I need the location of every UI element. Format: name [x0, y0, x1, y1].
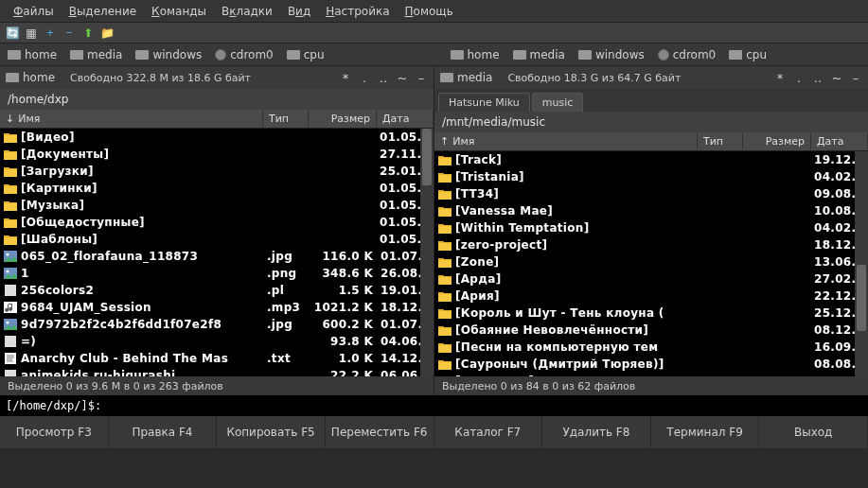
nav-shortcut[interactable]: .. — [811, 71, 824, 85]
file-row[interactable]: [Король и Шут - Тень клоуна (25.12.0 — [434, 305, 868, 322]
command-line[interactable]: [/home/dxp/]$: — [0, 395, 868, 416]
col-date[interactable]: Дата — [811, 133, 868, 149]
file-row[interactable]: 9d7972b2f2c4b2f6dd1f07e2f8.jpg600.2 K01.… — [0, 316, 434, 333]
image-icon — [4, 268, 17, 279]
svg-rect-8 — [5, 336, 16, 347]
grid-icon[interactable]: ▦ — [23, 25, 40, 42]
fn-просмотр[interactable]: Просмотр F3 — [0, 416, 109, 448]
col-name[interactable]: ↓Имя — [0, 111, 263, 127]
fn-терминал[interactable]: Терминал F9 — [651, 416, 760, 448]
file-row[interactable]: [zero-project]18.12.0 — [434, 236, 868, 253]
panel-status: Выделено 0 из 84 в 0 из 62 файлов — [434, 376, 868, 395]
device-cpu[interactable]: cpu — [729, 48, 767, 61]
menu-файлы[interactable]: Файлы — [6, 2, 62, 21]
file-row[interactable]: animekids.ru-higurashi22.2 K06.06.1 — [0, 367, 434, 376]
device-home[interactable]: home — [8, 48, 57, 61]
file-row[interactable]: [Эпидемия]27.10.1 — [434, 373, 868, 376]
file-row[interactable]: [Музыка]01.05.0 — [0, 197, 434, 214]
menu-вкладки[interactable]: Вкладки — [214, 2, 280, 21]
device-home[interactable]: home — [451, 48, 500, 61]
file-row[interactable]: [Обаяние Невовлечённости]08.12.1 — [434, 322, 868, 339]
file-row[interactable]: 1.png348.6 K26.08.0 — [0, 265, 434, 282]
file-row[interactable]: [Vanessa Mae]10.08.1 — [434, 202, 868, 219]
up-arrow-icon[interactable]: ⬆ — [80, 25, 97, 42]
col-size[interactable]: Размер — [309, 111, 377, 127]
nav-shortcut[interactable]: ~ — [396, 71, 409, 85]
file-row[interactable]: [Общедоступные]01.05.0 — [0, 214, 434, 231]
file-row[interactable]: [Картинки]01.05.0 — [0, 180, 434, 197]
file-row[interactable]: [Шаблоны]01.05.0 — [0, 231, 434, 248]
plus-icon[interactable]: ＋ — [42, 25, 59, 42]
path-bar[interactable]: /home/dxp — [0, 89, 434, 110]
panel-device-name: media — [457, 71, 492, 84]
tab-music[interactable]: music — [532, 93, 584, 112]
file-row[interactable]: [Within Temptation]04.02.0 — [434, 219, 868, 236]
nav-shortcut[interactable]: . — [358, 71, 371, 85]
menu-вид[interactable]: Вид — [280, 2, 318, 21]
fn-каталог[interactable]: Каталог F7 — [434, 416, 543, 448]
device-cdrom0[interactable]: cdrom0 — [658, 48, 717, 61]
scroll-thumb[interactable] — [422, 129, 432, 185]
menu-выделение[interactable]: Выделение — [62, 2, 144, 21]
menu-настройка[interactable]: Настройка — [318, 2, 397, 21]
panel-device[interactable]: home — [6, 71, 55, 84]
menu-помощь[interactable]: Помощь — [398, 2, 461, 21]
file-row[interactable]: 256colors2.pl1.5 K19.01.0 — [0, 282, 434, 299]
panel-device[interactable]: media — [440, 71, 492, 84]
col-name[interactable]: ↑Имя — [434, 133, 698, 149]
col-type[interactable]: Тип — [698, 133, 743, 149]
scrollbar[interactable] — [855, 151, 868, 376]
nav-shortcut[interactable]: .. — [377, 71, 390, 85]
nav-shortcut[interactable]: – — [849, 71, 862, 85]
fn-label: Терминал F9 — [666, 426, 742, 439]
fn-переместить[interactable]: Переместить F6 — [326, 416, 434, 448]
minus-icon[interactable]: － — [61, 25, 78, 42]
file-list[interactable]: [Track]19.12.0[Tristania]04.02.0[TT34]09… — [434, 151, 868, 376]
file-row[interactable]: [Документы]27.11.1 — [0, 146, 434, 163]
nav-shortcut[interactable]: ~ — [830, 71, 843, 85]
refresh-icon[interactable]: 🔄 — [4, 25, 21, 42]
device-cdrom0[interactable]: cdrom0 — [215, 48, 274, 61]
file-row[interactable]: 9684_UJAM_Session.mp31021.2 K18.12.1 — [0, 299, 434, 316]
device-media[interactable]: media — [70, 48, 122, 61]
file-row[interactable]: [Сауроныч (Дмитрий Тюряев)]08.08.1 — [434, 356, 868, 373]
scroll-thumb[interactable] — [857, 265, 866, 331]
fn-удалить[interactable]: Удалить F8 — [542, 416, 651, 448]
tab-hatsune-miku[interactable]: Hatsune Miku — [438, 93, 530, 112]
nav-shortcut[interactable]: – — [415, 71, 428, 85]
fn-правка[interactable]: Правка F4 — [109, 416, 218, 448]
menu-команды[interactable]: Команды — [144, 2, 214, 21]
col-size[interactable]: Размер — [743, 133, 811, 149]
menubar: ФайлыВыделениеКомандыВкладкиВидНастройка… — [0, 0, 868, 23]
right-panel: media Свободно 18.3 G из 64.7 G байт *..… — [434, 66, 868, 395]
file-row[interactable]: [Арда]27.02.1 — [434, 270, 868, 288]
image-icon — [4, 251, 17, 262]
nav-shortcut[interactable]: * — [773, 71, 787, 85]
file-name: 256colors2 — [21, 284, 94, 297]
file-row[interactable]: 065_02_florafauna_118873.jpg116.0 K01.07… — [0, 248, 434, 265]
file-row[interactable]: =)93.8 K04.06.0 — [0, 333, 434, 350]
file-row[interactable]: [Zone]13.06.0 — [434, 253, 868, 270]
path-bar[interactable]: /mnt/media/music — [434, 112, 868, 132]
col-date[interactable]: Дата — [377, 111, 434, 127]
nav-shortcut[interactable]: * — [339, 71, 352, 85]
file-row[interactable]: [TT34]09.08.1 — [434, 185, 868, 202]
file-list[interactable]: [Видео]01.05.0[Документы]27.11.1[Загрузк… — [0, 129, 434, 376]
col-type[interactable]: Тип — [263, 111, 309, 127]
scrollbar[interactable] — [420, 129, 434, 376]
fn-копировать[interactable]: Копировать F5 — [217, 416, 326, 448]
file-row[interactable]: [Tristania]04.02.0 — [434, 168, 868, 185]
file-row[interactable]: [Ария]22.12.0 — [434, 288, 868, 305]
file-row[interactable]: [Track]19.12.0 — [434, 151, 868, 168]
file-row[interactable]: [Песни на компьютерную тем16.09.0 — [434, 339, 868, 356]
device-windows[interactable]: windows — [135, 48, 202, 61]
folder-icon[interactable]: 📁 — [98, 25, 115, 42]
device-windows[interactable]: windows — [578, 48, 645, 61]
file-row[interactable]: [Видео]01.05.0 — [0, 129, 434, 146]
device-cpu[interactable]: cpu — [287, 48, 325, 61]
nav-shortcut[interactable]: . — [792, 71, 806, 85]
device-media[interactable]: media — [513, 48, 565, 61]
file-row[interactable]: Anarchy Club - Behind The Mas.txt1.0 K14… — [0, 350, 434, 367]
file-row[interactable]: [Загрузки]25.01.1 — [0, 163, 434, 180]
fn-выход[interactable]: Выход — [759, 416, 868, 448]
